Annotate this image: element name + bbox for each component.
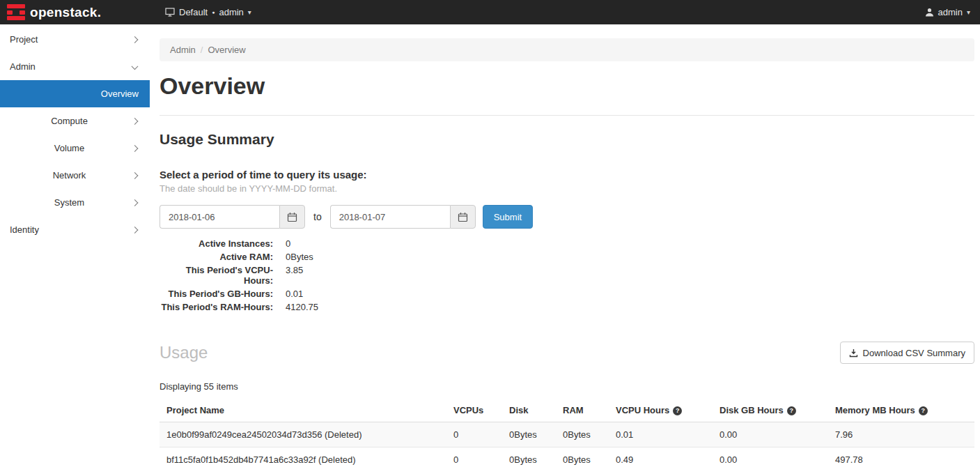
- to-label: to: [313, 211, 322, 222]
- col-vcpu-hours: VCPU Hours?: [609, 399, 713, 422]
- caret-down-icon: ▾: [248, 8, 251, 16]
- stat-value: 4120.75: [286, 302, 974, 312]
- items-count: Displaying 55 items: [160, 381, 974, 392]
- col-memory-mb-hours: Memory MB Hours?: [828, 399, 974, 422]
- sidebar-item-identity[interactable]: Identity: [0, 216, 150, 243]
- download-csv-button[interactable]: Download CSV Summary: [840, 342, 974, 364]
- table-row: bf11c5fa0f1b452db4b7741a6c33a92f (Delete…: [160, 447, 974, 467]
- stat-label: This Period's VCPU-Hours:: [160, 265, 273, 286]
- help-icon[interactable]: ?: [919, 406, 928, 415]
- submit-button[interactable]: Submit: [483, 205, 533, 229]
- chevron-right-icon: [132, 227, 139, 234]
- stat-label: This Period's RAM-Hours:: [160, 302, 273, 312]
- stat-value: 3.85: [286, 265, 974, 286]
- cell-memory-mb-hours: 497.78: [828, 447, 974, 467]
- cell-ram: 0Bytes: [556, 447, 609, 467]
- date-range-form: to Submit: [160, 205, 974, 229]
- col-disk: Disk: [502, 399, 556, 422]
- cell-ram: 0Bytes: [556, 422, 609, 447]
- stat-label: Active Instances:: [160, 238, 273, 249]
- sidebar-item-network[interactable]: Network: [0, 162, 150, 189]
- table-header-row: Project Name VCPUs Disk RAM VCPU Hours? …: [160, 399, 974, 422]
- usage-panel-header: Usage Download CSV Summary: [160, 342, 974, 364]
- usage-table: Project Name VCPUs Disk RAM VCPU Hours? …: [160, 399, 974, 467]
- breadcrumb-admin-link[interactable]: Admin: [170, 45, 196, 55]
- sidebar-item-label: Project: [10, 34, 38, 45]
- breadcrumb-separator: /: [201, 45, 203, 55]
- cell-vcpus: 0: [446, 447, 502, 467]
- calendar-icon: [287, 212, 297, 222]
- cell-disk: 0Bytes: [502, 422, 556, 447]
- download-csv-label: Download CSV Summary: [863, 348, 965, 358]
- sidebar-nav: Project Admin Overview Compute Volume Ne…: [0, 24, 150, 467]
- date-from-group: [160, 205, 305, 229]
- cell-memory-mb-hours: 7.96: [828, 422, 974, 447]
- col-ram: RAM: [556, 399, 609, 422]
- sidebar-item-project[interactable]: Project: [0, 26, 150, 53]
- col-project-name: Project Name: [160, 399, 446, 422]
- sidebar-item-label: System: [54, 197, 84, 208]
- stat-label: This Period's GB-Hours:: [160, 289, 273, 299]
- chevron-right-icon: [132, 172, 139, 179]
- cell-vcpu-hours: 0.49: [609, 447, 713, 467]
- cell-project-name: 1e0b0f99af0249cea24502034d73d356 (Delete…: [160, 422, 446, 447]
- sidebar-item-admin[interactable]: Admin: [0, 53, 150, 80]
- download-icon: [849, 349, 858, 358]
- calendar-icon: [458, 212, 468, 222]
- sidebar-item-system[interactable]: System: [0, 189, 150, 216]
- calendar-button[interactable]: [279, 205, 305, 229]
- stat-value: 0.01: [286, 289, 974, 299]
- caret-down-icon: ▾: [967, 8, 970, 16]
- sidebar-item-label: Overview: [101, 89, 139, 99]
- top-navbar: openstack. Default ● admin ▾ admin ▾: [0, 0, 980, 24]
- page-title: Overview: [160, 72, 974, 100]
- sidebar-item-compute[interactable]: Compute: [0, 107, 150, 135]
- stat-value: 0Bytes: [286, 252, 974, 262]
- cell-vcpus: 0: [446, 422, 502, 447]
- chevron-right-icon: [132, 199, 139, 206]
- sidebar-item-volume[interactable]: Volume: [0, 135, 150, 162]
- table-row: 1e0b0f99af0249cea24502034d73d356 (Delete…: [160, 422, 974, 447]
- main-content: Admin / Overview Overview Usage Summary …: [150, 24, 980, 467]
- user-menu[interactable]: admin ▾: [925, 7, 980, 17]
- help-icon[interactable]: ?: [673, 406, 682, 415]
- stat-label: Active RAM:: [160, 252, 273, 262]
- help-icon[interactable]: ?: [787, 406, 796, 415]
- cell-disk-gb-hours: 0.00: [713, 447, 828, 467]
- sidebar-item-label: Identity: [10, 224, 39, 235]
- brand-home-link[interactable]: openstack.: [0, 4, 150, 20]
- cell-project-name: bf11c5fa0f1b452db4b7741a6c33a92f (Delete…: [160, 447, 446, 467]
- domain-project-switcher[interactable]: Default ● admin ▾: [165, 7, 251, 17]
- period-prompt: Select a period of time to query its usa…: [160, 169, 974, 181]
- stat-value: 0: [286, 238, 974, 249]
- sidebar-item-label: Volume: [54, 143, 84, 153]
- calendar-button[interactable]: [450, 205, 476, 229]
- current-project-label: admin: [219, 7, 243, 17]
- openstack-logo-icon: [7, 4, 25, 20]
- separator-dot-icon: ●: [212, 10, 215, 15]
- col-disk-gb-hours: Disk GB Hours?: [713, 399, 828, 422]
- chevron-right-icon: [132, 36, 139, 43]
- breadcrumb: Admin / Overview: [160, 38, 974, 61]
- domain-label: Default: [179, 7, 208, 17]
- cell-disk: 0Bytes: [502, 447, 556, 467]
- chevron-right-icon: [132, 145, 139, 152]
- date-to-input[interactable]: [330, 205, 450, 229]
- divider: [160, 115, 974, 116]
- date-to-group: [330, 205, 476, 229]
- brand-wordmark: openstack.: [30, 5, 101, 20]
- cell-disk-gb-hours: 0.00: [713, 422, 828, 447]
- breadcrumb-current: Overview: [208, 45, 245, 55]
- date-format-hint: The date should be in YYYY-MM-DD format.: [160, 183, 974, 194]
- chevron-right-icon: [132, 118, 139, 125]
- usage-heading: Usage: [160, 343, 208, 362]
- usage-stats: Active Instances: 0 Active RAM: 0Bytes T…: [160, 238, 974, 312]
- monitor-icon: [165, 8, 175, 17]
- sidebar-item-label: Admin: [10, 61, 36, 72]
- sidebar-item-overview[interactable]: Overview: [0, 80, 150, 107]
- col-vcpus: VCPUs: [446, 399, 502, 422]
- usage-summary-heading: Usage Summary: [160, 131, 974, 148]
- user-icon: [925, 8, 934, 17]
- sidebar-item-label: Network: [53, 170, 86, 181]
- date-from-input[interactable]: [160, 205, 279, 229]
